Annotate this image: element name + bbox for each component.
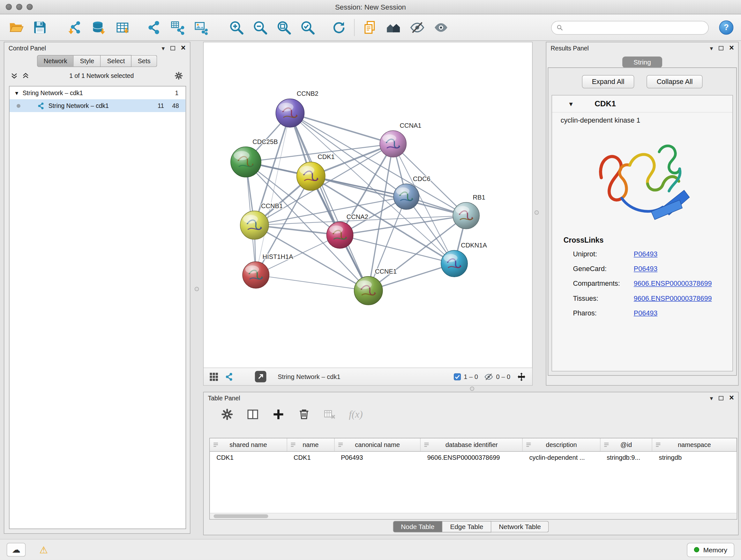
column-header-canonical-name[interactable]: canonical name: [334, 438, 421, 451]
save-session-button[interactable]: [29, 17, 50, 38]
show-all-button[interactable]: [430, 17, 451, 38]
import-table-button[interactable]: [112, 17, 133, 38]
help-button[interactable]: ?: [719, 20, 734, 35]
tab-network[interactable]: Network: [37, 55, 74, 67]
tab-select[interactable]: Select: [101, 55, 131, 67]
network-view[interactable]: CCNB2CCNA1CDC25BCDK1CDC6RB1CCNB1CCNA2CDK…: [203, 42, 533, 386]
memory-button[interactable]: Memory: [687, 543, 734, 557]
zoom-out-button[interactable]: [250, 17, 270, 38]
network-collection-row[interactable]: ▾ String Network – cdk1 1: [10, 86, 186, 99]
node-label-ccna1: CCNA1: [400, 122, 421, 129]
import-network-button[interactable]: [64, 17, 85, 38]
network-edge[interactable]: [290, 113, 368, 291]
birdseye-toggle-button[interactable]: [209, 372, 218, 381]
network-canvas[interactable]: CCNB2CCNA1CDC25BCDK1CDC6RB1CCNB1CCNA2CDK…: [204, 42, 532, 368]
network-node-cdkn1a[interactable]: [441, 250, 468, 277]
network-node-cdc6[interactable]: [394, 184, 419, 209]
open-in-window-button[interactable]: [254, 370, 267, 383]
zoom-in-button[interactable]: [226, 17, 247, 38]
show-columns-button[interactable]: [246, 408, 259, 421]
network-node-ccna1[interactable]: [380, 131, 406, 157]
network-node-hist1h1a[interactable]: [243, 262, 269, 288]
clone-network-button[interactable]: [359, 17, 380, 38]
application-window: Session: New Session: [0, 0, 741, 560]
crosslink-link[interactable]: 9606.ENSP00000378699: [634, 294, 712, 302]
table-row[interactable]: CDK1CDK1P064939606.ENSP00000378699cyclin…: [210, 451, 736, 463]
minimize-window-button[interactable]: [16, 4, 22, 10]
network-edge[interactable]: [256, 275, 368, 291]
tab-node-table[interactable]: Node Table: [393, 521, 443, 533]
table-settings-button[interactable]: [221, 408, 233, 421]
float-panel-icon[interactable]: [719, 396, 724, 400]
float-panel-icon[interactable]: [171, 46, 175, 50]
hide-selected-button[interactable]: [407, 17, 428, 38]
network-type-button[interactable]: [225, 372, 233, 381]
open-folder-button[interactable]: [6, 17, 26, 38]
network-node-rb1[interactable]: [453, 202, 479, 229]
selected-checkbox-icon[interactable]: [454, 373, 461, 380]
horizontal-splitter-handle[interactable]: [470, 387, 474, 391]
network-node-ccna2[interactable]: [327, 222, 353, 248]
delete-column-button[interactable]: [298, 408, 311, 421]
function-builder-button[interactable]: f(x): [349, 408, 362, 420]
new-network-button[interactable]: [143, 17, 164, 38]
add-column-button[interactable]: [272, 408, 285, 421]
network-edge[interactable]: [256, 113, 290, 275]
tab-network-table[interactable]: Network Table: [491, 521, 549, 533]
node-table[interactable]: shared namenamecanonical namedatabase id…: [209, 438, 737, 519]
network-edge[interactable]: [290, 113, 393, 144]
column-header-database-identifier[interactable]: database identifier: [421, 438, 523, 451]
network-node-ccnb2[interactable]: [276, 99, 304, 127]
column-header-namespace[interactable]: namespace: [652, 438, 737, 451]
refresh-layout-button[interactable]: [328, 17, 349, 38]
column-header-name[interactable]: name: [287, 438, 334, 451]
expand-all-icon[interactable]: [22, 72, 29, 79]
right-splitter-handle[interactable]: [535, 210, 539, 214]
collapse-section-caret-icon[interactable]: ▾: [569, 100, 573, 108]
zoom-selected-button[interactable]: [297, 17, 318, 38]
search-input[interactable]: [567, 23, 703, 32]
expand-all-button[interactable]: Expand All: [582, 75, 634, 88]
column-header-shared-name[interactable]: shared name: [210, 438, 287, 451]
tree-expand-caret-icon[interactable]: ▾: [15, 89, 18, 97]
crosslink-link[interactable]: P06493: [634, 250, 657, 258]
close-panel-icon[interactable]: ×: [181, 43, 186, 53]
tab-edge-table[interactable]: Edge Table: [443, 521, 491, 533]
crosslink-link[interactable]: 9606.ENSP00000378699: [634, 279, 712, 287]
network-from-table-button[interactable]: [167, 17, 188, 38]
zoom-fit-button[interactable]: [273, 17, 294, 38]
network-row-selected[interactable]: String Network – cdk1 11 48: [10, 99, 186, 112]
cloud-button[interactable]: ☁: [7, 543, 26, 557]
delete-table-button-disabled[interactable]: [323, 408, 336, 421]
panel-menu-caret-icon[interactable]: ▾: [162, 45, 165, 51]
crosslink-link[interactable]: P06493: [634, 265, 657, 272]
network-node-ccne1[interactable]: [354, 276, 383, 305]
warnings-button[interactable]: ⚠: [34, 543, 53, 557]
import-database-button[interactable]: [88, 17, 109, 38]
collapse-all-icon[interactable]: [11, 72, 17, 79]
collapse-all-button[interactable]: Collapse All: [647, 75, 703, 88]
network-node-ccnb1[interactable]: [240, 211, 269, 239]
network-node-cdc25b[interactable]: [231, 147, 261, 177]
tab-style[interactable]: Style: [74, 55, 101, 67]
gear-icon[interactable]: [174, 71, 183, 80]
network-node-cdk1[interactable]: [297, 162, 325, 190]
hidden-eye-slash-icon[interactable]: [484, 372, 493, 381]
panel-menu-caret-icon[interactable]: ▾: [710, 395, 713, 401]
pan-mode-button[interactable]: [516, 372, 526, 381]
column-header--id[interactable]: @id: [600, 438, 652, 451]
float-panel-icon[interactable]: [719, 46, 724, 50]
scrollbar-thumb[interactable]: [213, 514, 268, 518]
maximize-window-button[interactable]: [26, 4, 32, 10]
image-annotation-button[interactable]: [191, 17, 212, 38]
close-panel-icon[interactable]: ×: [729, 393, 734, 403]
close-panel-icon[interactable]: ×: [729, 43, 734, 53]
tab-string[interactable]: String: [622, 57, 662, 68]
home-button[interactable]: [383, 17, 404, 38]
left-splitter-handle[interactable]: [195, 287, 199, 291]
panel-menu-caret-icon[interactable]: ▾: [710, 45, 713, 51]
close-window-button[interactable]: [6, 4, 12, 10]
crosslink-link[interactable]: P06493: [634, 309, 657, 317]
tab-sets[interactable]: Sets: [131, 55, 157, 67]
column-header-description[interactable]: description: [523, 438, 600, 451]
